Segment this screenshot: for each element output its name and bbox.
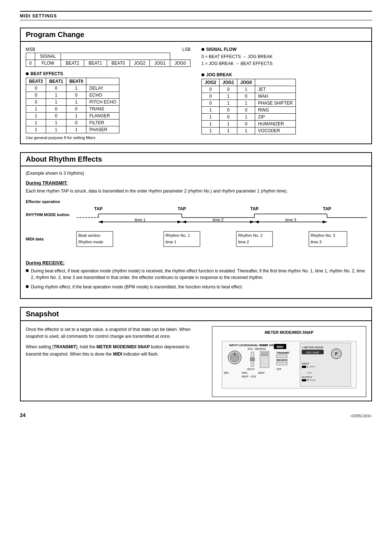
svg-text:R ====: R ====: [307, 379, 315, 381]
page: MIDI SETTINGS Program Change MSB LSB SIG…: [0, 0, 392, 555]
lsb-label: LSB: [182, 47, 191, 52]
snapshot-bold1: TRANSMIT: [54, 344, 76, 349]
program-change-content: MSB LSB SIGNAL 0 FLOW BEAT2: [21, 42, 371, 143]
svg-text:MIDI SNAP: MIDI SNAP: [306, 351, 319, 354]
svg-marker-17: [177, 220, 182, 223]
snapshot-section: Snapshot Once the effector is set to a t…: [20, 307, 372, 401]
snapshot-bold3: MIDI: [113, 352, 122, 357]
svg-text:MAX: MAX: [242, 372, 248, 374]
program-change-title: Program Change: [21, 28, 371, 42]
svg-text:time 3: time 3: [311, 240, 322, 244]
snapshot-text2-end: indicator will flash.: [122, 352, 159, 357]
jog-break-label: JOG BREAK: [201, 72, 366, 77]
snapshot-layout: Once the effector is set to a target val…: [26, 326, 366, 397]
svg-text:RECEIVE: RECEIVE: [276, 359, 287, 361]
meter-mode-svg: INPUT LEVEL SIGNAL FLOW JOG→BEAT BOTH: [216, 337, 362, 392]
snapshot-content: Once the effector is set to a target val…: [21, 321, 371, 401]
snapshot-text1: Once the effector is set to a target val…: [26, 326, 205, 340]
svg-text:FOOT SW: FOOT SW: [260, 344, 274, 347]
snapshot-text2: When setting [TRANSMIT], hold the METER …: [26, 344, 205, 357]
beat-effects-label: BEAT EFFECTS: [26, 71, 191, 76]
svg-text:INPUT LEVEL: INPUT LEVEL: [229, 344, 248, 347]
svg-text:Rhythm No. 1: Rhythm No. 1: [166, 233, 190, 238]
about-rhythm-section: About Rhythm Effects (Example shown is 3…: [20, 152, 372, 299]
pc-left: MSB LSB SIGNAL 0 FLOW BEAT2: [26, 47, 191, 140]
model-code: <DRB1369>: [350, 414, 372, 418]
svg-text:P: P: [335, 352, 338, 356]
bit-table: SIGNAL 0 FLOW BEAT2 BEAT1 BEAT0 JOG2 JOG…: [26, 53, 191, 67]
rhythm-svg: RHYTHM MODE button MIDI data TAP TAP TAP…: [26, 206, 367, 253]
during-transmit-title: During TRANSMIT:: [26, 180, 366, 186]
snapshot-left: Once the effector is set to a target val…: [26, 326, 205, 397]
svg-rect-56: [276, 355, 287, 358]
footer: 24 <DRB1369>: [20, 412, 372, 418]
svg-rect-66: [302, 366, 306, 368]
rhythm-diagram: RHYTHM MODE button MIDI data TAP TAP TAP…: [26, 206, 366, 254]
beat-effects-table: BEAT2 BEAT1 BEAT0 001DELAY010ECHO011PITC…: [26, 78, 119, 133]
during-receive-title: During RECEIVE:: [26, 260, 366, 266]
beat-effects-bullet: [26, 72, 29, 75]
snapshot-text2-mid: ], hold the: [76, 344, 97, 349]
snapshot-text2-prefix: When setting [: [26, 344, 54, 349]
effector-label: Effector operation: [26, 199, 366, 204]
svg-text:TAP: TAP: [323, 206, 331, 211]
svg-text:TAP: TAP: [177, 206, 186, 211]
signal-flow-text: 0 = BEAT EFFECTS → JOG BREAK1 = JOG BREA…: [201, 53, 366, 67]
msb-lsb-row: MSB LSB: [26, 47, 191, 52]
svg-text:L ====: L ====: [307, 365, 315, 368]
svg-text:RHYTHM MODE button: RHYTHM MODE button: [26, 212, 70, 217]
svg-text:Rhythm No. 2: Rhythm No. 2: [238, 233, 262, 238]
svg-rect-47: [250, 358, 254, 361]
svg-text:• METER MODE: • METER MODE: [302, 346, 323, 349]
svg-rect-70: [302, 379, 306, 381]
receive-bullet-dot: [26, 285, 29, 288]
svg-text:Beat section: Beat section: [78, 233, 101, 238]
receive-bullet-item: During rhythm effect, if the beat operat…: [26, 284, 366, 290]
meter-mode-title: METER MODE/MIDI SNAP: [216, 330, 362, 335]
svg-text:time 2: time 2: [238, 240, 249, 244]
svg-text:Rhythm mode: Rhythm mode: [78, 240, 103, 244]
svg-text:TAP: TAP: [94, 206, 102, 211]
snapshot-bold2: METER MODE/MIDI SNAP: [97, 344, 150, 349]
svg-text:MIDI data: MIDI data: [26, 237, 44, 241]
snapshot-right: METER MODE/MIDI SNAP INPUT LEVEL: [212, 326, 366, 397]
svg-text:time 1: time 1: [166, 240, 176, 244]
snapshot-title: Snapshot: [21, 308, 371, 321]
receive-bullets: During beat effect, if beat operation mo…: [26, 268, 366, 290]
svg-text:TAP: TAP: [250, 206, 258, 211]
svg-text:INPUT: INPUT: [302, 362, 310, 365]
svg-text:TRANSMIT: TRANSMIT: [276, 352, 290, 354]
svg-text:time 2: time 2: [213, 218, 224, 222]
svg-text:time 3: time 3: [285, 218, 296, 222]
example-note: (Example shown is 3 rhythms): [26, 171, 366, 176]
svg-text:Rhythm No. 3: Rhythm No. 3: [311, 233, 335, 238]
header-title: MIDI SETTINGS: [20, 13, 57, 19]
svg-text:BEAT→JOG: BEAT→JOG: [242, 375, 256, 378]
page-number: 24: [20, 412, 26, 418]
jog-break-table: JOG2 JOG1 JOG0 001JET010WAH011PHASE SHIF…: [201, 79, 296, 134]
svg-text:JOG: JOG: [261, 348, 266, 350]
receive-bullet-dot: [26, 269, 29, 272]
svg-text:time 1: time 1: [135, 218, 146, 222]
svg-marker-24: [254, 220, 259, 223]
msb-label: MSB: [26, 47, 35, 52]
about-rhythm-title: About Rhythm Effects: [21, 153, 371, 166]
header-bar: MIDI SETTINGS: [20, 11, 372, 20]
svg-text:JOG→BEAT: JOG→BEAT: [247, 348, 262, 350]
svg-rect-52: [261, 353, 268, 356]
svg-marker-25: [323, 220, 327, 223]
receive-bullet-item: During beat effect, if beat operation mo…: [26, 268, 366, 281]
signal-flow-bullet: [201, 48, 204, 51]
pc-layout: MSB LSB SIGNAL 0 FLOW BEAT2: [26, 47, 366, 140]
svg-marker-20: [182, 220, 186, 223]
svg-marker-16: [98, 220, 103, 223]
svg-text:OFF: OFF: [276, 368, 281, 370]
transmit-text: Each time rhythm TAP is struck, data is …: [26, 188, 366, 194]
svg-marker-21: [250, 220, 254, 223]
svg-text:BOTH: BOTH: [247, 368, 254, 370]
pc-right: SIGNAL FLOW 0 = BEAT EFFECTS → JOG BREAK…: [201, 47, 366, 140]
svg-text:MIN: MIN: [224, 372, 228, 374]
jog-break-bullet: [201, 73, 204, 76]
signal-flow-label: SIGNAL FLOW: [201, 47, 366, 52]
about-rhythm-content: (Example shown is 3 rhythms) During TRAN…: [21, 166, 371, 298]
